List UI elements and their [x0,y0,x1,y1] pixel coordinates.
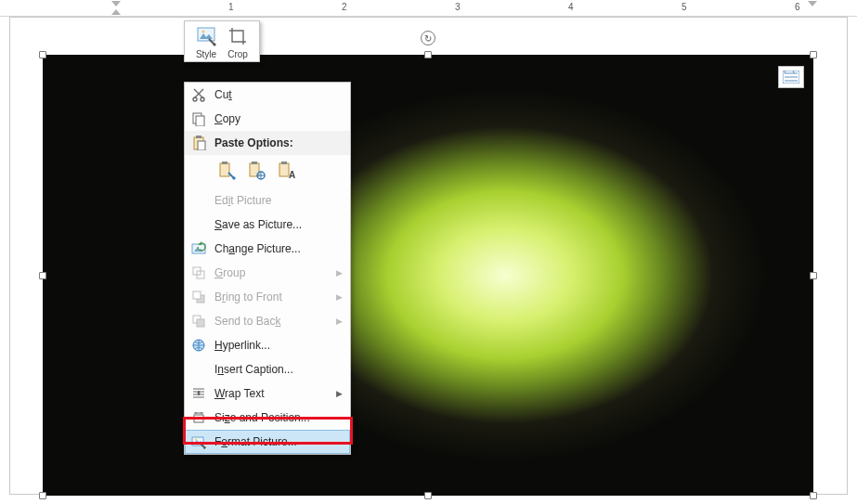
menu-item-edit-picture: Edit Picture [185,188,350,213]
svg-rect-22 [193,291,201,299]
submenu-arrow-icon: ▶ [336,268,343,278]
svg-point-2 [202,31,205,33]
menu-label: Wrap Text [214,387,336,400]
paste-options-row: A [185,155,350,188]
resize-handle-middle-left[interactable] [39,272,46,279]
paste-option-keep-source[interactable] [214,159,239,183]
change-picture-icon [188,239,209,258]
svg-point-3 [193,97,197,101]
ruler-number: 4 [568,2,574,12]
svg-text:A: A [289,170,295,180]
copy-icon [188,110,209,128]
menu-label: Edit Picture [214,194,343,207]
menu-item-group: Group ▶ [185,261,350,285]
mini-toolbar: Style Crop [184,20,260,62]
menu-item-bring-to-front: Bring to Front ▶ [185,285,350,309]
ruler-number: 3 [455,2,461,12]
menu-item-format-picture[interactable]: Format Picture... [185,430,350,454]
svg-rect-26 [198,391,201,395]
svg-rect-13 [252,162,257,164]
wrap-text-icon [188,384,209,403]
resize-handle-top-right[interactable] [810,51,817,58]
selected-image[interactable]: ↻ [43,55,813,496]
paste-option-merge[interactable] [244,159,268,183]
menu-label: Insert Caption... [214,363,343,376]
image-content [43,55,813,496]
menu-paste-options-header: Paste Options: [185,131,350,155]
ruler-number: 6 [795,2,800,12]
resize-handle-middle-right[interactable] [810,272,817,279]
menu-label: Bring to Front [214,291,336,304]
menu-item-cut[interactable]: Cut [185,83,350,107]
resize-handle-top-center[interactable] [424,51,432,58]
menu-item-save-as-picture[interactable]: Save as Picture... [185,213,350,237]
menu-item-insert-caption[interactable]: Insert Caption... [185,357,350,381]
hyperlink-icon [188,336,209,355]
menu-label: Paste Options: [214,136,343,149]
menu-label: Hyperlink... [214,339,343,352]
crop-button[interactable]: Crop [222,25,253,59]
style-button[interactable]: Style [190,25,222,59]
menu-label: Format Picture... [214,435,343,448]
svg-rect-24 [197,319,204,327]
svg-rect-16 [281,162,287,164]
svg-rect-11 [222,162,227,164]
cut-icon [188,85,209,104]
ruler-number: 5 [682,2,687,12]
menu-item-wrap-text[interactable]: Wrap Text ▶ [185,381,350,406]
menu-item-change-picture[interactable]: Change Picture... [185,237,350,261]
svg-rect-8 [196,136,201,138]
crop-label: Crop [227,49,248,59]
menu-label: Cut [214,88,343,101]
submenu-arrow-icon: ▶ [336,317,343,326]
menu-label: Change Picture... [214,242,343,255]
menu-label: Size and Position... [214,411,343,424]
svg-rect-15 [279,163,289,176]
menu-label: Group [214,266,336,279]
submenu-arrow-icon: ▶ [336,292,343,302]
svg-rect-6 [196,116,204,126]
bring-to-front-icon [188,288,209,306]
ruler-number: 2 [342,2,347,12]
format-picture-icon [188,433,209,451]
svg-rect-10 [220,163,229,176]
paste-option-picture[interactable]: A [274,159,298,183]
resize-handle-bottom-center[interactable] [424,492,432,499]
context-menu: Cut Copy Paste Options: A Edit Picture S… [184,82,351,455]
svg-rect-27 [194,415,203,422]
layout-options-button[interactable] [778,66,804,88]
rotate-handle[interactable]: ↻ [421,31,435,45]
crop-icon [227,25,249,47]
menu-item-size-and-position[interactable]: Size and Position... [185,406,350,430]
menu-item-hyperlink[interactable]: Hyperlink... [185,333,350,357]
menu-label: Copy [214,112,343,125]
size-position-icon [188,408,209,427]
svg-point-29 [195,439,197,441]
send-to-back-icon [188,312,209,330]
menu-item-send-to-back: Send to Back ▶ [185,309,350,333]
svg-rect-9 [198,141,205,150]
horizontal-ruler: 1 2 3 4 5 6 [0,0,857,17]
svg-point-4 [201,97,204,101]
blank-icon [188,215,209,234]
resize-handle-bottom-left[interactable] [39,492,46,499]
blank-icon [188,191,209,210]
style-icon [195,25,217,47]
resize-handle-bottom-right[interactable] [810,492,817,499]
menu-item-copy[interactable]: Copy [185,107,350,131]
resize-handle-top-left[interactable] [39,51,46,58]
document-page: ↻ [9,17,848,495]
menu-label: Save as Picture... [214,218,343,231]
blank-icon [188,360,209,379]
submenu-arrow-icon: ▶ [336,389,343,398]
ruler-number: 1 [228,2,234,12]
style-label: Style [196,49,216,59]
menu-label: Send to Back [214,315,336,328]
paste-icon [188,134,209,152]
group-icon [188,264,209,282]
